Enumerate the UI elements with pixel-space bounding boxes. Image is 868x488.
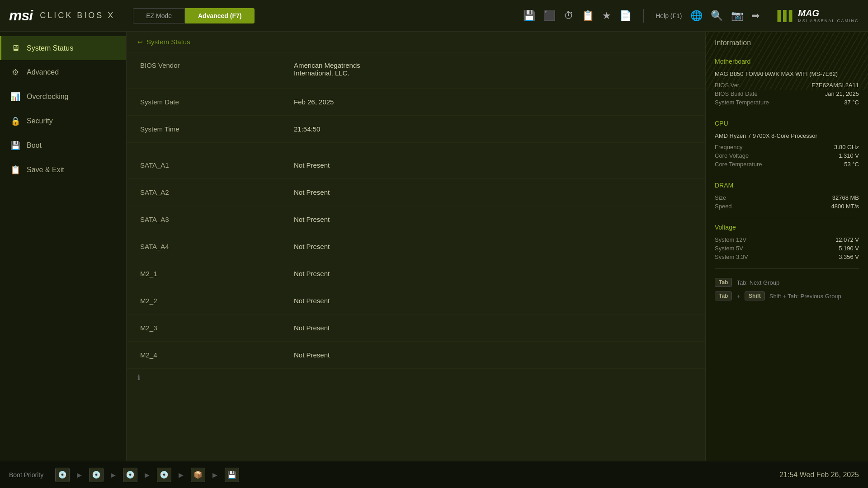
- sys12v-row: System 12V 12.072 V: [715, 236, 859, 243]
- content-breadcrumb: ↩ System Status: [127, 32, 705, 52]
- bios-info-section: BIOS Vendor American MegatrendsInternati…: [127, 52, 705, 369]
- logo-area: msi CLICK BIOS X: [9, 7, 115, 24]
- boot-device-3[interactable]: 💿: [123, 468, 137, 482]
- tab-key-badge: Tab: [715, 278, 732, 287]
- frequency-val: 3.80 GHz: [834, 144, 859, 150]
- dram-title: DRAM: [715, 182, 859, 191]
- divider-4: [715, 268, 859, 269]
- sys5v-key: System 5V: [715, 245, 839, 252]
- m2-2-row: M2_2 Not Present: [127, 287, 705, 314]
- dram-size-row: Size 32768 MB: [715, 194, 859, 201]
- bios-vendor-value: American MegatrendsInternational, LLC.: [294, 61, 692, 77]
- sata-a2-value: Not Present: [294, 188, 692, 196]
- clipboard-icon[interactable]: 📄: [619, 10, 632, 22]
- core-voltage-row: Core Voltage 1.310 V: [715, 152, 859, 159]
- boot-icon: 💾: [10, 141, 20, 150]
- boot-icon-2: 💿: [89, 468, 104, 482]
- system-date-label: System Date: [140, 98, 294, 106]
- sidebar-item-boot[interactable]: 💾 Boot: [0, 133, 126, 158]
- frequency-row: Frequency 3.80 GHz: [715, 144, 859, 150]
- ez-mode-button[interactable]: EZ Mode: [133, 8, 185, 23]
- boot-arrow-5: ▶: [212, 471, 217, 479]
- sys5v-row: System 5V 5.190 V: [715, 245, 859, 252]
- system-time-label: System Time: [140, 125, 294, 133]
- boot-icon-3: 💿: [123, 468, 137, 482]
- memory-icon[interactable]: 📋: [582, 10, 594, 22]
- favorites-icon[interactable]: ★: [602, 10, 611, 22]
- shortcuts-section: Tab Tab: Next Group Tab + Shift Shift + …: [715, 278, 859, 300]
- boot-icon-6: 💾: [225, 468, 239, 482]
- sata-a4-value: Not Present: [294, 243, 692, 250]
- security-icon: 🔒: [10, 116, 20, 126]
- screenshot-icon[interactable]: 📷: [731, 10, 743, 22]
- boot-arrow-4: ▶: [179, 471, 184, 479]
- m2-2-value: Not Present: [294, 297, 692, 305]
- sata-a2-row: SATA_A2 Not Present: [127, 179, 705, 206]
- dram-size-val: 32768 MB: [832, 194, 859, 201]
- sidebar-item-label: System Status: [27, 44, 73, 52]
- sata-a3-value: Not Present: [294, 216, 692, 223]
- boot-device-5[interactable]: 📦: [191, 468, 205, 482]
- boot-icon-5: 📦: [191, 468, 205, 482]
- sidebar: 🖥 System Status ⚙ Advanced 📊 Overclockin…: [0, 32, 127, 461]
- info-icon: ℹ: [137, 373, 140, 382]
- sys12v-key: System 12V: [715, 236, 835, 243]
- bios-build-row: BIOS Build Date Jan 21, 2025: [715, 90, 859, 97]
- tab-key-badge-2: Tab: [715, 291, 732, 300]
- m2-1-label: M2_1: [140, 270, 294, 277]
- brand-area: ▌▌▌ MAG MSI ARSENAL GAMING: [778, 8, 859, 23]
- motherboard-title: Motherboard: [715, 58, 859, 67]
- boot-device-1[interactable]: 💿: [55, 468, 70, 482]
- system-date-value: Feb 26, 2025: [294, 98, 692, 106]
- sys-temp-key: System Temperature: [715, 99, 844, 106]
- overclocking-icon: 📊: [10, 92, 20, 102]
- m2-1-value: Not Present: [294, 270, 692, 277]
- voltage-title: Voltage: [715, 224, 859, 233]
- boot-icon-symbol-5: 📦: [193, 470, 203, 479]
- boot-icon-symbol-6: 💾: [227, 470, 236, 479]
- sidebar-item-security[interactable]: 🔒 Security: [0, 109, 126, 133]
- boot-icon-symbol-3: 💿: [126, 470, 135, 479]
- core-temp-key: Core Temperature: [715, 161, 844, 168]
- boot-device-6[interactable]: 💾: [225, 468, 239, 482]
- m2-2-label: M2_2: [140, 297, 294, 305]
- dram-speed-key: Speed: [715, 203, 831, 210]
- arsenal-text: MSI ARSENAL GAMING: [798, 19, 859, 23]
- sidebar-item-system-status[interactable]: 🖥 System Status: [0, 36, 126, 60]
- boot-arrow-2: ▶: [111, 471, 116, 479]
- dram-section: DRAM Size 32768 MB Speed 4800 MT/s: [715, 182, 859, 210]
- boot-device-2[interactable]: 💿: [89, 468, 104, 482]
- divider-2: [715, 176, 859, 176]
- sidebar-item-advanced[interactable]: ⚙ Advanced: [0, 60, 126, 84]
- divider-1: [715, 114, 859, 114]
- sidebar-item-save-exit[interactable]: 📋 Save & Exit: [0, 158, 126, 182]
- footer: Boot Priority 💿 ▶ 💿 ▶ 💿 ▶ 💿 ▶ 📦 ▶ 💾: [0, 461, 868, 488]
- boot-icon-symbol-1: 💿: [58, 470, 67, 479]
- language-icon[interactable]: 🌐: [690, 10, 703, 22]
- save-profile-icon[interactable]: 💾: [523, 10, 535, 22]
- plus-sign: +: [736, 293, 740, 300]
- exit-icon[interactable]: ➡: [751, 10, 760, 22]
- shift-tab-shortcut-desc: Shift + Tab: Previous Group: [769, 293, 841, 300]
- boot-icon-1: 💿: [55, 468, 70, 482]
- boot-icon-symbol-2: 💿: [92, 470, 101, 479]
- motherboard-section: Motherboard MAG B850 TOMAHAWK MAX WIFI (…: [715, 58, 859, 106]
- system-time-row: System Time 21:54:50: [127, 116, 705, 143]
- help-button[interactable]: Help (F1): [656, 12, 682, 19]
- core-voltage-key: Core Voltage: [715, 152, 839, 159]
- divider: [643, 9, 644, 23]
- boot-device-4[interactable]: 💿: [157, 468, 171, 482]
- sata-a3-row: SATA_A3 Not Present: [127, 206, 705, 233]
- core-temp-row: Core Temperature 53 °C: [715, 161, 859, 168]
- dram-speed-val: 4800 MT/s: [831, 203, 859, 210]
- cpu-icon[interactable]: ⬛: [543, 10, 556, 22]
- save-exit-icon: 📋: [10, 165, 20, 175]
- sata-a3-label: SATA_A3: [140, 216, 294, 223]
- advanced-mode-button[interactable]: Advanced (F7): [185, 8, 255, 23]
- footer-time-value: 21:54: [779, 471, 797, 479]
- boot-icon-symbol-4: 💿: [160, 470, 169, 479]
- performance-icon[interactable]: ⏱: [564, 10, 574, 22]
- search-icon[interactable]: 🔍: [711, 10, 723, 22]
- sidebar-item-overclocking[interactable]: 📊 Overclocking: [0, 84, 126, 109]
- bios-vendor-label: BIOS Vendor: [140, 61, 294, 69]
